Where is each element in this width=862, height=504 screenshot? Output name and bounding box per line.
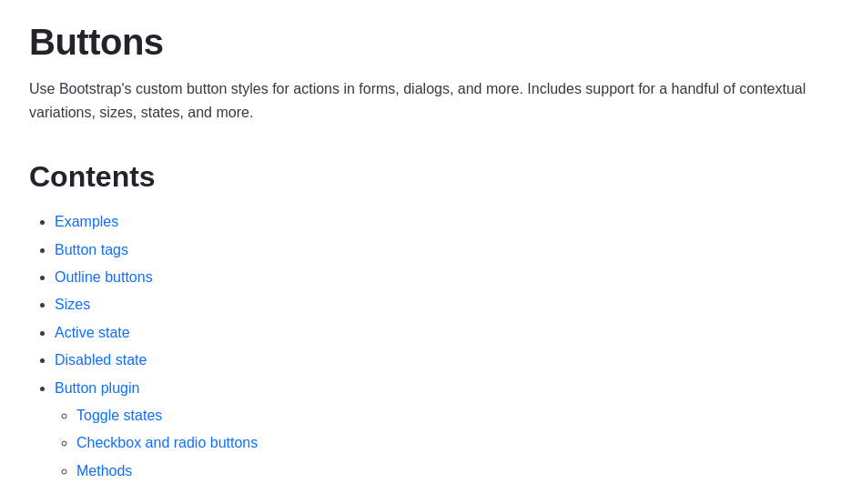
list-item: Sizes [55,291,833,318]
methods-link[interactable]: Methods [76,463,132,479]
contents-heading: Contents [29,160,833,194]
list-item: Button tags [55,237,833,264]
active-state-link[interactable]: Active state [55,325,130,340]
outline-buttons-link[interactable]: Outline buttons [55,269,153,285]
list-item: Toggle states [76,402,833,429]
button-tags-link[interactable]: Button tags [55,242,128,257]
list-item: Outline buttons [55,264,833,291]
list-item: Active state [55,319,833,347]
list-item: Disabled state [55,347,833,374]
examples-link[interactable]: Examples [55,214,118,229]
sub-list: Toggle states Checkbox and radio buttons… [55,402,833,485]
page-title: Buttons [29,22,833,63]
toggle-states-link[interactable]: Toggle states [76,408,162,423]
checkbox-radio-link[interactable]: Checkbox and radio buttons [76,435,258,450]
button-plugin-link[interactable]: Button plugin [55,380,139,396]
list-item: Button plugin Toggle states Checkbox and… [55,375,833,486]
list-item: Checkbox and radio buttons [76,429,833,457]
page-description: Use Bootstrap's custom button styles for… [29,77,812,124]
contents-list: Examples Button tags Outline buttons Siz… [29,208,833,485]
disabled-state-link[interactable]: Disabled state [55,352,147,368]
list-item: Examples [55,208,833,236]
list-item: Methods [76,458,833,485]
sizes-link[interactable]: Sizes [55,297,90,312]
